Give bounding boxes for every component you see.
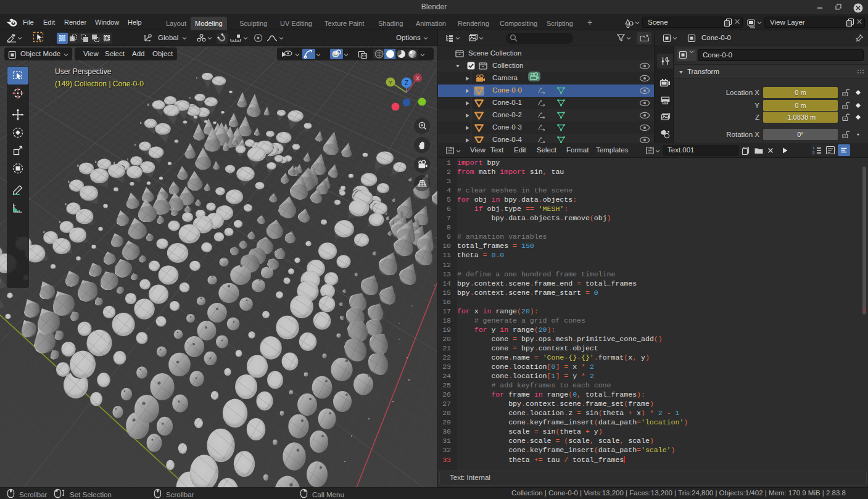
svg-text:1: 1 <box>812 146 815 150</box>
svg-text:Y: Y <box>389 80 392 86</box>
svg-text:2: 2 <box>812 151 815 154</box>
svg-text:Z: Z <box>405 80 408 86</box>
svg-text:X: X <box>416 75 420 81</box>
